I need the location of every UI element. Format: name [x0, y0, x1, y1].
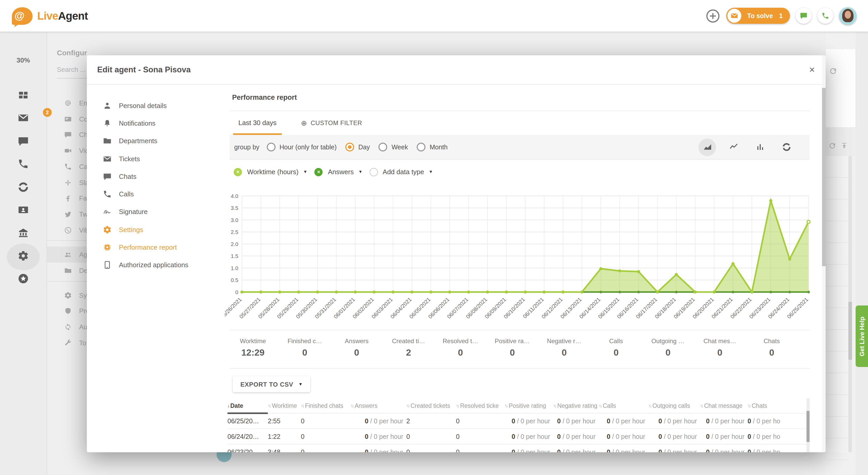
menu-item-tickets[interactable]: Tickets — [87, 150, 217, 168]
phone-icon — [18, 158, 29, 169]
column-header-resolved-ticke[interactable]: ↑↓Resolved ticke — [456, 403, 504, 409]
tickets-envelope-icon — [18, 113, 29, 124]
donut-chart-button[interactable] — [778, 138, 795, 156]
table-row[interactable]: 06/24/20…1:2200 / 0 per hour000 / 0 per … — [227, 429, 810, 444]
rail-item-dashboard[interactable] — [0, 85, 46, 107]
dashboard-icon — [18, 89, 29, 101]
rail-item-billing-bank[interactable] — [0, 223, 46, 245]
sort-icon: ↑↓ — [748, 403, 750, 408]
chip-icon — [102, 243, 112, 252]
column-header-negative-rating[interactable]: ↑↓Negative rating — [553, 403, 599, 409]
rail-item-reports-donut[interactable] — [0, 177, 46, 199]
radio-month[interactable]: Month — [417, 142, 448, 152]
configuration-title: Configur — [57, 49, 87, 57]
facebook-icon — [63, 194, 72, 202]
sorted-column-underline — [227, 412, 268, 414]
svg-text:3.5: 3.5 — [231, 205, 238, 211]
reports-donut-icon — [18, 181, 29, 193]
to-solve-button[interactable]: To solve 1 — [726, 8, 790, 24]
radio-day[interactable]: Day — [345, 142, 370, 152]
active-tab-indicator — [233, 133, 282, 135]
menu-item-chats[interactable]: Chats — [87, 167, 217, 185]
sort-icon: ↑↓ — [268, 403, 270, 408]
add-new-icon[interactable] — [705, 8, 721, 24]
modal-scrollbar-thumb[interactable] — [822, 88, 826, 266]
sort-icon: ↑↓ — [504, 403, 507, 408]
bar-chart-icon — [755, 142, 765, 152]
to-solve-envelope-icon — [727, 9, 742, 23]
column-header-chats[interactable]: ↑↓Chats — [748, 403, 781, 409]
email-at-icon — [63, 99, 72, 107]
svg-text:2.5: 2.5 — [231, 229, 238, 235]
menu-item-notifications[interactable]: Notifications — [87, 115, 217, 132]
remove-chip-icon[interactable]: × — [315, 168, 323, 176]
column-header-outgoing-calls[interactable]: ↑↓Outgoing calls — [648, 403, 700, 409]
rail-item-tickets-envelope[interactable]: 2 — [0, 108, 46, 130]
sort-icon: ↑↓ — [301, 403, 304, 408]
chip-answers[interactable]: ×Answers▼ — [315, 168, 363, 176]
menu-item-performance-report[interactable]: Performance report — [87, 239, 217, 256]
user-avatar[interactable] — [839, 7, 857, 25]
caret-down-icon: ▼ — [299, 382, 303, 387]
table-row[interactable]: 06/25/20…2:5500 / 0 per hour200 / 0 per … — [227, 413, 810, 429]
rail-item-phone[interactable] — [0, 154, 46, 176]
app-viewport: @ LiveAgent To solve 1 — [0, 0, 868, 475]
area-chart-button[interactable] — [699, 138, 716, 156]
rail-item-customers-card[interactable] — [0, 199, 46, 222]
column-header-created-tickets[interactable]: ↑↓Created tickets — [406, 403, 456, 409]
column-header-answers[interactable]: ↑↓Answers — [350, 403, 406, 409]
menu-item-calls[interactable]: Calls — [87, 185, 217, 203]
chip-worktime-hours[interactable]: ×Worktime (hours)▼ — [234, 168, 307, 176]
table-scrollbar-thumb[interactable] — [806, 411, 810, 442]
liveagent-logo[interactable]: @ LiveAgent — [12, 7, 88, 25]
export-to-csv-button[interactable]: EXPORT TO CSV ▼ — [232, 376, 310, 392]
background-scrollbar-thumb[interactable] — [848, 302, 852, 360]
column-header-date[interactable]: ↓Date — [227, 403, 268, 409]
refresh-icon[interactable] — [828, 141, 836, 150]
top-header: @ LiveAgent To solve 1 — [0, 0, 868, 32]
menu-item-personal-details[interactable]: Personal details — [87, 97, 217, 115]
chats-button[interactable] — [796, 8, 812, 24]
tab-custom-filter[interactable]: ⊕ CUSTOM FILTER — [301, 110, 362, 135]
add-data-type[interactable]: Add data type▼ — [370, 168, 433, 176]
rail-item-chat-bubble[interactable] — [0, 131, 46, 154]
calls-button[interactable] — [817, 8, 833, 24]
column-header-worktime[interactable]: ↑↓Worktime — [268, 403, 301, 409]
refresh-icon[interactable] — [829, 67, 837, 75]
bar-chart-button[interactable] — [751, 138, 769, 156]
radio-hour-only-for-table[interactable]: Hour (only for table) — [267, 142, 337, 152]
close-icon[interactable]: × — [809, 65, 815, 75]
menu-item-settings[interactable]: Settings — [87, 221, 217, 239]
tools-wrench-icon — [63, 339, 72, 347]
line-chart-button[interactable] — [725, 138, 742, 156]
get-live-help-tab[interactable]: Get Live Help — [856, 306, 868, 367]
sort-icon: ↑↓ — [700, 403, 703, 408]
menu-item-signature[interactable]: Signature — [87, 203, 217, 221]
agents-people-icon — [63, 251, 72, 259]
menu-item-authorized-applications[interactable]: Authorized applications — [87, 256, 217, 274]
security-shield-icon — [63, 307, 72, 315]
table-row[interactable]: 06/23/20…3:4800 / 0 per hour000 / 0 per … — [227, 444, 810, 452]
column-header-chat-message[interactable]: ↑↓Chat message — [700, 403, 748, 409]
rail-item-star-circle[interactable] — [0, 268, 46, 291]
tab-last-30-days[interactable]: Last 30 days — [233, 110, 282, 135]
column-header-finished-chats[interactable]: ↑↓Finished chats — [301, 403, 350, 409]
rail-item-settings-gear[interactable] — [0, 246, 46, 268]
upload-icon[interactable] — [840, 141, 848, 150]
radio-week[interactable]: Week — [379, 142, 408, 152]
column-header-calls[interactable]: ↑↓Calls — [599, 403, 648, 409]
bell-icon — [102, 119, 112, 128]
table-header-row: ↓Date↑↓Worktime↑↓Finished chats↑↓Answers… — [227, 399, 810, 413]
stat-answers: Answers0 — [331, 334, 382, 367]
remove-chip-icon[interactable]: × — [234, 168, 242, 176]
chat-small-icon — [63, 131, 72, 139]
sort-icon: ↓ — [227, 403, 229, 408]
menu-item-departments[interactable]: Departments — [87, 132, 217, 150]
report-table: ↓Date↑↓Worktime↑↓Finished chats↑↓Answers… — [227, 399, 810, 452]
departments-folder-icon — [63, 267, 72, 275]
slack-icon — [63, 179, 72, 186]
caret-down-icon: ▼ — [303, 169, 307, 174]
stat-calls: Calls0 — [590, 334, 642, 367]
column-header-positive-rating[interactable]: ↑↓Positive rating — [504, 403, 553, 409]
sort-icon: ↑↓ — [350, 403, 353, 408]
